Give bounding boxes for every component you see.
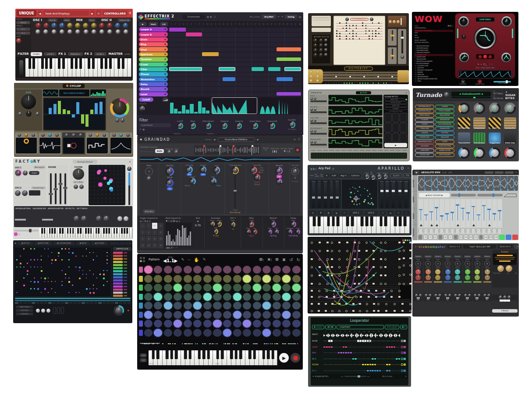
patch-jack[interactable]: [338, 250, 340, 252]
slider[interactable]: [398, 182, 401, 208]
module[interactable]: [309, 286, 357, 298]
tuner-knob[interactable]: [316, 70, 319, 73]
effect-slot[interactable]: SLICEARRANGER: [435, 122, 454, 126]
pattern-cell[interactable]: [243, 275, 251, 283]
fx-cell-on[interactable]: [362, 364, 366, 365]
unison-button[interactable]: UNISON: [16, 21, 30, 24]
row-lock-icon[interactable]: [404, 340, 406, 342]
effect-track-chip[interactable]: Looper B: [139, 32, 168, 36]
fx-knob[interactable]: [103, 216, 109, 221]
mini-knob[interactable]: [402, 239, 404, 241]
tone-knob[interactable]: [485, 275, 490, 280]
step-button[interactable]: 6: [443, 235, 448, 240]
module-button[interactable]: [372, 258, 375, 260]
lane-knob[interactable]: [314, 130, 316, 132]
orbiter-crosshair[interactable]: [354, 196, 358, 200]
fx-cell[interactable]: [338, 347, 342, 347]
knob[interactable]: [72, 133, 75, 137]
step-cell[interactable]: [53, 302, 56, 304]
prev-button[interactable]: [479, 55, 482, 58]
wave-icon[interactable]: ∿: [379, 210, 386, 215]
fx-cell[interactable]: [396, 353, 400, 353]
module-button[interactable]: [409, 249, 411, 251]
piano-key-black[interactable]: [253, 350, 256, 359]
fx-cell[interactable]: [357, 353, 362, 353]
lane-knob[interactable]: [314, 141, 316, 143]
piano-key-black[interactable]: [126, 228, 128, 234]
tuner-knob[interactable]: [309, 79, 312, 82]
knob[interactable]: [126, 133, 130, 137]
patch-jack[interactable]: [398, 290, 401, 292]
slice-marker[interactable]: [465, 176, 466, 191]
mode-knob[interactable]: [166, 179, 174, 187]
length-slider[interactable]: [15, 300, 131, 301]
orbit-dot[interactable]: [369, 193, 370, 194]
grid-dot[interactable]: [41, 270, 43, 272]
grid-dot[interactable]: [61, 259, 63, 260]
knob[interactable]: [112, 133, 116, 137]
distort-knob[interactable]: ∿: [458, 16, 469, 27]
fx-cell-on[interactable]: [391, 346, 395, 348]
split-icon[interactable]: ∾: [341, 210, 348, 215]
arp-icon[interactable]: ◎: [309, 210, 316, 215]
slice-marker[interactable]: [479, 176, 479, 191]
pitch-knob[interactable]: 0: [415, 261, 421, 267]
piano-key-black[interactable]: [85, 228, 87, 234]
prev-preset[interactable]: ◀: [213, 138, 215, 141]
fx-cell[interactable]: [381, 341, 386, 341]
pattern-cell[interactable]: [174, 320, 182, 328]
module-button[interactable]: [340, 296, 343, 298]
patch-jack[interactable]: [359, 310, 361, 312]
track-toggle[interactable]: [164, 53, 166, 55]
fx-cell[interactable]: [343, 364, 347, 365]
fx-cell[interactable]: [367, 359, 371, 359]
track-toggle[interactable]: [164, 93, 166, 95]
play-button[interactable]: ▶: [139, 22, 147, 26]
pattern-cell[interactable]: [253, 284, 261, 292]
grid-dot[interactable]: [51, 252, 53, 253]
grid-dot[interactable]: [30, 281, 32, 282]
undo-redo[interactable]: ↺ ↻ □□□: [385, 325, 399, 329]
cyclop-fx-module[interactable]: [15, 132, 38, 154]
filter-type-select[interactable]: VOWEL: [31, 52, 42, 56]
decay-knob[interactable]: [415, 269, 421, 274]
mix-knob[interactable]: [419, 294, 422, 297]
module-button[interactable]: [311, 258, 313, 260]
grid-dot[interactable]: [44, 281, 46, 282]
patch-jack[interactable]: [326, 290, 328, 292]
smooth-knob[interactable]: [139, 106, 145, 111]
pattern-cell[interactable]: [213, 293, 221, 301]
fx-select-knob[interactable]: [489, 103, 500, 114]
lane-knob[interactable]: [310, 141, 313, 143]
mix-knob[interactable]: [464, 294, 467, 297]
next-button[interactable]: [489, 55, 492, 58]
step-button[interactable]: 14: [484, 235, 488, 240]
mix-knob[interactable]: [448, 294, 451, 297]
pattern-cell[interactable]: [273, 320, 281, 328]
row-lock-icon[interactable]: [404, 358, 406, 360]
fx-cell[interactable]: [357, 347, 362, 347]
dictator-button[interactable]: ○ DICTATOR: [493, 95, 503, 100]
piano-key-black[interactable]: [116, 228, 118, 234]
pattern-cell[interactable]: [262, 302, 271, 310]
fx-cell[interactable]: [343, 370, 347, 371]
module-button[interactable]: [394, 310, 396, 312]
module[interactable]: [358, 286, 400, 298]
step-cell[interactable]: [65, 302, 68, 304]
step-cell[interactable]: [123, 302, 127, 304]
grid-dot[interactable]: [37, 259, 39, 260]
step-cell[interactable]: [82, 302, 85, 304]
pattern-cell[interactable]: [164, 311, 172, 319]
module-button[interactable]: [331, 303, 333, 305]
drywet-knob[interactable]: [289, 121, 295, 128]
module-button[interactable]: [331, 258, 333, 260]
fx-cell[interactable]: [362, 370, 366, 371]
action-button[interactable]: [400, 133, 407, 142]
grid-dot[interactable]: [82, 256, 84, 257]
obscurium-grid[interactable]: [14, 247, 111, 297]
effect-slot[interactable]: TONALIZER: [415, 127, 434, 131]
sheet-knob[interactable]: [370, 18, 373, 21]
wave-square-icon[interactable]: □‿: [483, 63, 487, 65]
pattern-cell[interactable]: [253, 266, 261, 274]
osc1-mode-select[interactable]: PULSE: [48, 18, 57, 22]
